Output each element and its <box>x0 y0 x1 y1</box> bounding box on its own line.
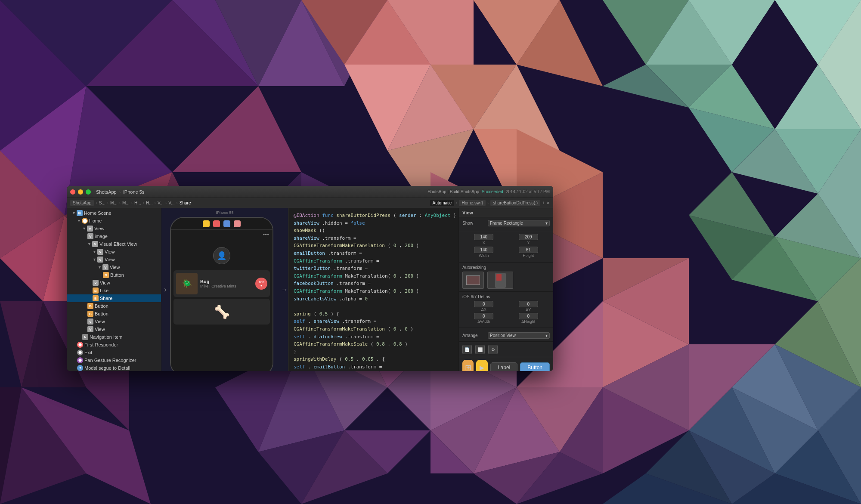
delta-ax-label: ΔX <box>481 307 486 312</box>
delta-ax-input[interactable]: 0 <box>474 301 493 307</box>
nav-item-exit[interactable]: ⬤ Exit <box>67 349 161 356</box>
breadcrumb-m2[interactable]: M... <box>122 201 130 205</box>
code-line-18: CGAffineTransformMakeScale ( 0.8 , 0.8 ) <box>294 340 453 348</box>
nav-item-view-5[interactable]: V View <box>67 279 161 287</box>
toolbar-red[interactable] <box>213 220 220 227</box>
tab-automatic[interactable]: Automatic <box>430 200 454 206</box>
card-title: Bug <box>200 279 253 284</box>
iphone-label: IPhone 55 <box>216 210 233 215</box>
toolbar-timestamp: 2014-11-02 at 5:17 PM <box>506 189 550 194</box>
toolbar-yellow[interactable] <box>203 220 210 227</box>
breadcrumb-share[interactable]: Share <box>180 201 191 205</box>
grid-icon-btn[interactable]: ⊞ <box>462 360 474 371</box>
wh-row: 140 Width 61 Height <box>462 247 550 258</box>
nav-item-home[interactable]: ▼ ⬤ Home <box>67 217 161 225</box>
autoresize-box[interactable] <box>462 272 484 289</box>
breadcrumb-v2[interactable]: V... <box>168 201 174 205</box>
nav-item-view-b[interactable]: V View <box>67 325 161 333</box>
label-component-btn[interactable]: Label <box>490 362 517 371</box>
autoresizing-section: Autoresizing <box>459 263 553 292</box>
tab-share-func[interactable]: shareButtonDidPress(:) <box>490 200 540 206</box>
main-toolbar: ShotsApp › iPhone 5s ShotsApp | Build Sh… <box>96 189 550 195</box>
code-line-11: CGAffineTransform MakeTranslation( 0 , 2… <box>294 288 453 295</box>
xcode-window: ShotsApp › iPhone 5s ShotsApp | Build Sh… <box>67 186 553 371</box>
button-component-btn[interactable]: Button <box>520 362 550 371</box>
delta-ax-group: 0 ΔX <box>462 301 505 312</box>
card-thumbnail: 🪲 <box>176 273 198 294</box>
ios67-label: iOS 6/7 Deltas <box>462 294 490 299</box>
y-input[interactable]: 209 <box>519 234 538 240</box>
nav-item-visual-effect-view[interactable]: ▼ V Visual Effect View <box>67 240 161 248</box>
play-icon-btn[interactable]: ▶ <box>476 360 487 371</box>
close-tab-icon[interactable]: ✕ <box>546 201 550 205</box>
inspector-show-row: Show Frame Rectangle ▾ <box>462 220 550 226</box>
height-label: Height <box>523 254 534 258</box>
nav-item-view-1[interactable]: ▼ V View <box>67 225 161 232</box>
delta-aw-input[interactable]: 0 <box>474 313 493 319</box>
delta-ay-input[interactable]: 0 <box>519 301 538 307</box>
card-subtitle: Mike | Creative Mints <box>200 284 253 288</box>
nav-item-pan-gesture[interactable]: ⬤ Pan Gesture Recognizer <box>67 356 161 364</box>
toolbar-blue[interactable] <box>223 220 230 227</box>
nav-item-button-2[interactable]: B Button <box>67 310 161 318</box>
delta-ah-group: 0 ΔHeight <box>507 313 550 324</box>
nav-item-home-scene[interactable]: ▼ ⊞ Home Scene <box>67 209 161 217</box>
nav-item-view-vev3[interactable]: ▼ V View <box>67 263 161 271</box>
nav-item-button-1[interactable]: B Button <box>67 302 161 310</box>
inspector-icon-file[interactable]: 📄 <box>462 345 472 354</box>
breadcrumb-h1[interactable]: H... <box>134 201 141 205</box>
breadcrumb-m1[interactable]: M... <box>110 201 118 205</box>
tab-shotsapp[interactable]: ShotsApp <box>70 200 94 206</box>
delta-ah-label: ΔHeight <box>521 319 535 324</box>
add-tab-icon[interactable]: + <box>542 201 545 205</box>
nav-item-navigation-item[interactable]: N Navigation Item <box>67 333 161 341</box>
x-input[interactable]: 140 <box>474 234 493 240</box>
nav-item-button-deep[interactable]: B Button <box>67 271 161 279</box>
inspector-bottom-toolbar: 📄 ⬜ ⚙ <box>459 342 553 357</box>
code-line-16: CGAffineTransformMakeTranslation ( 0 , 0… <box>294 325 453 333</box>
home-icon: ⬤ <box>82 218 88 224</box>
arrange-dropdown[interactable]: Position View ▾ <box>488 332 550 339</box>
view1-icon: V <box>87 226 93 232</box>
y-label: Y <box>527 241 530 245</box>
storyboard-area[interactable]: IPhone 55 ↓ <box>161 208 288 371</box>
minimize-button[interactable] <box>78 189 83 195</box>
nav-item-view-vev1[interactable]: ▼ V View <box>67 248 161 256</box>
nav-item-share[interactable]: B Share <box>67 294 161 302</box>
nav-label-nav-item: Navigation Item <box>90 334 122 340</box>
component-toolbar: ⊞ ▶ Label Button <box>459 357 553 371</box>
vev2-icon: V <box>97 257 103 263</box>
width-input[interactable]: 140 <box>474 247 493 253</box>
autoresize-preview <box>487 272 513 289</box>
center-area: IPhone 55 ↓ <box>161 208 553 371</box>
tab-home-swift[interactable]: Home.swift <box>459 200 485 206</box>
code-editor[interactable]: @IBAction func shareButtonDidPress ( sen… <box>288 208 458 371</box>
nav-item-like[interactable]: B Like <box>67 287 161 294</box>
device-status-bar: ●●● <box>171 230 273 238</box>
toolbar-device[interactable]: iPhone 5s <box>123 189 144 195</box>
show-dropdown[interactable]: Frame Rectangle ▾ <box>488 220 550 226</box>
delta-aw-label: ΔWidth <box>477 319 490 324</box>
delta-ah-input[interactable]: 0 <box>519 313 538 319</box>
nav-item-modal-segue[interactable]: ➜ Modal segue to Detail <box>67 364 161 371</box>
breadcrumb-v1[interactable]: V... <box>158 201 164 205</box>
maximize-button[interactable] <box>86 189 91 195</box>
inspector-icon-view[interactable]: ⬜ <box>475 345 485 354</box>
card-item[interactable]: 🪲 Bug Mike | Creative Mints 100 ♥ <box>173 270 270 297</box>
toolbar-pink[interactable] <box>234 220 241 227</box>
nav-item-view-vev2[interactable]: ▼ V View <box>67 256 161 263</box>
breadcrumb-h2[interactable]: H... <box>146 201 153 205</box>
nav-item-image[interactable]: V image <box>67 232 161 240</box>
nav-item-first-responder[interactable]: ⬤ First Responder <box>67 341 161 349</box>
close-button[interactable] <box>70 189 75 195</box>
autoresizing-label-row: Autoresizing <box>462 265 550 270</box>
height-input[interactable]: 61 <box>519 247 538 253</box>
breadcrumb-s[interactable]: S... <box>99 201 105 205</box>
inspector-icon-settings[interactable]: ⚙ <box>488 345 498 354</box>
inspector-coords-section: 140 X 209 Y 140 Width <box>459 231 553 263</box>
vev1-icon: V <box>97 249 103 255</box>
nav-item-view-a[interactable]: V View <box>67 318 161 325</box>
card-emoji: 🪲 <box>182 278 192 289</box>
nav-label-vev3: View <box>110 265 120 270</box>
inspector-header: View <box>459 208 553 217</box>
